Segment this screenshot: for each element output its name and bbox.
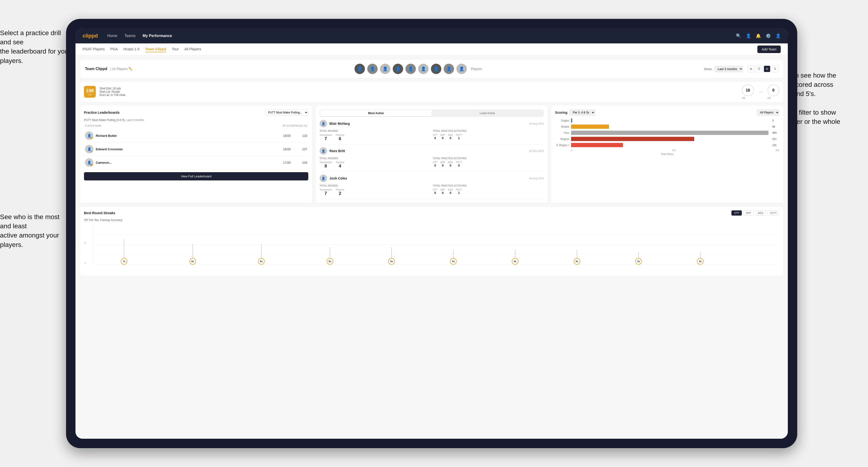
subnav-pgat[interactable]: PGAT Players [83,46,105,52]
player-avatar-1[interactable]: 👤 [354,64,365,74]
streaks-tab-ott[interactable]: OTT [732,210,742,216]
card-view-icon[interactable]: ⊟ [764,66,770,72]
player-avatar-2[interactable]: 👤 [367,64,378,74]
chart-bar-pars [571,131,769,135]
x-label-400: 400 [775,149,779,152]
leaderboard-row-2[interactable]: 👤 2 Edward Crossman 18/20 107 [84,143,308,156]
rounds-row-rees: Tournament 8 Practice 4 [319,161,431,168]
player-avatar-3[interactable]: 👤 [380,64,390,74]
ott-stat: OTT 0 [433,134,437,140]
shot-sub: SQ [88,93,91,96]
pin-6x-2: 6x [258,244,265,264]
pin-circle-3x-1: 3x [635,258,642,264]
y-axis-title: % A. Fairway Accuracy [75,236,76,260]
players-row: 👤 👤 👤 👤 👤 👤 👤 👤 👤 Players [132,64,704,74]
player-avatar-4[interactable]: 👤 [393,64,403,74]
total-rounds-label: Total Rounds [319,130,431,132]
practice-activities-label: Total Practice Activities [433,130,544,132]
activity-player-header-josh: 👤 Josh Coles 26 Aug 2023 [319,175,544,182]
player-avatar-9[interactable]: 👤 [456,64,467,74]
drill-select[interactable]: PUTT Must Make Putting... [265,110,308,116]
view-full-leaderboard-button[interactable]: View Full Leaderboard [84,172,308,181]
pin-circle-4x-3: 4x [574,258,580,264]
grid-view-icon[interactable]: ⊞ [748,66,754,72]
shot-circles: 16 yds — 0 yds [742,85,779,99]
annotation-bottom-left: See who is the most and leastactive amon… [0,212,71,249]
pin-circle-4x-2: 4x [512,258,519,264]
streaks-tab-arg[interactable]: ARG [755,210,766,216]
chart-bar-wrap-pars [571,131,769,135]
player-avatar-8[interactable]: 👤 [444,64,454,74]
streaks-tab-putt[interactable]: PUTT [767,210,779,216]
nav-teams[interactable]: Teams [124,33,135,39]
activity-name-josh: Josh Coles [330,177,527,180]
navbar-links: Home Teams My Performance [107,33,736,39]
activity-date-blair: 26 Aug 2023 [529,122,544,125]
scoring-header: Scoring Par 3, 4 & 5s All Players [555,110,779,116]
lb-name-3: Cameron... [96,161,281,164]
total-rounds-group-rees: Total Rounds Tournament 8 Practice 4 [319,157,431,168]
chart-row-dbogeys: D. Bogeys + 131 [555,143,779,147]
total-rounds-group-josh: Total Rounds Tournament 7 Practice 2 [319,184,431,196]
annotation-top-left: Select a practice drill and seethe leade… [0,28,71,65]
subnav-tour[interactable]: Tour [172,46,179,52]
pin-line-7x [124,239,124,258]
leaderboard-row-1[interactable]: 👤 1 Richard Butler 19/20 110 [84,129,308,143]
leaderboard-row-3[interactable]: 👤 3 Cameron... 17/20 103 [84,156,308,169]
lb-badge-gold: 1 [91,137,93,140]
col-player: PLAYER NAME [85,125,283,127]
person-icon[interactable]: 👤 [746,33,751,38]
player-avatar-6[interactable]: 👤 [418,64,429,74]
activity-avatar-rees: 👤 [319,147,327,155]
leaderboard-subtitle: PUTT Must Make Putting (3-6 ft), Last 3 … [84,118,308,122]
shot-divider: — [758,89,763,94]
tab-least-active[interactable]: Least Active [432,110,543,116]
shot-number: 198 [86,88,94,93]
y-label-bottom: 4 [85,262,86,264]
shot-yds-2-label: yds [768,97,779,99]
subnav-pga[interactable]: PGA [111,46,118,52]
tab-most-active[interactable]: Most Active [320,110,432,116]
search-icon[interactable]: 🔍 [736,33,741,38]
activity-player-josh: 👤 Josh Coles 26 Aug 2023 Total Rounds To… [319,172,544,199]
nav-home[interactable]: Home [107,33,118,39]
pin-3x-2: 3x [697,252,704,264]
subnav-hcaps[interactable]: Hcaps 1-5 [123,46,140,52]
chart-bar-wrap-dbogeys [571,143,769,147]
subnav: PGAT Players PGA Hcaps 1-5 Team Clippd T… [75,43,788,55]
activity-stats-blair: Total Rounds Tournament 7 Practice 6 [319,130,544,141]
activity-avatar-josh: 👤 [319,175,327,182]
nav-my-performance[interactable]: My Performance [143,33,172,39]
player-avatar-5[interactable]: 👤 [405,64,416,74]
player-avatar-7[interactable]: 👤 [431,64,441,74]
leaderboard-header: Practice Leaderboards PUTT Must Make Put… [84,110,308,116]
shot-yds-1-label: yds [742,97,754,99]
chart-row-eagles: Eagles 3 [555,118,779,123]
practice-activities-group: Total Practice Activities OTT 0 APP 0 [433,130,544,141]
show-period-select[interactable]: Last 3 months Last 6 months Last year [715,66,743,72]
bell-icon[interactable]: 🔔 [756,33,761,38]
practice-stat-rees: Practice 4 [336,161,344,168]
lb-score-2: 18/20 [283,148,291,151]
subnav-team-clippd[interactable]: Team Clippd [145,46,166,52]
streaks-tab-app[interactable]: APP [743,210,753,216]
tablet-screen: clippd Home Teams My Performance 🔍 👤 🔔 ⚙… [75,28,788,439]
settings-icon[interactable]: ⚙️ [766,33,771,38]
sort-icon[interactable]: ⇅ [772,66,778,72]
pin-6x-1: 6x [189,244,196,264]
navbar: clippd Home Teams My Performance 🔍 👤 🔔 ⚙… [75,28,788,43]
avatar-icon[interactable]: 👤 [776,33,781,38]
chart-row-pars: Pars 499 [555,131,779,135]
tournament-stat-rees: Tournament 8 [319,161,332,168]
subnav-links: PGAT Players PGA Hcaps 1-5 Team Clippd T… [83,46,757,52]
chart-value-bogeys: 311 [772,137,779,140]
add-team-button[interactable]: Add Team [757,45,781,53]
list-view-icon[interactable]: ☰ [756,66,762,72]
subnav-all-players[interactable]: All Players [184,46,201,52]
leaderboard-columns: PLAYER NAME PB SCORE PB AVG SQ [84,125,308,127]
show-label: Show: [704,67,712,71]
par-filter-select[interactable]: Par 3, 4 & 5s [569,110,595,116]
app-stat: APP 0 [440,134,445,140]
pin-circle-6x-2: 6x [258,258,265,264]
player-filter-select[interactable]: All Players [757,110,779,116]
